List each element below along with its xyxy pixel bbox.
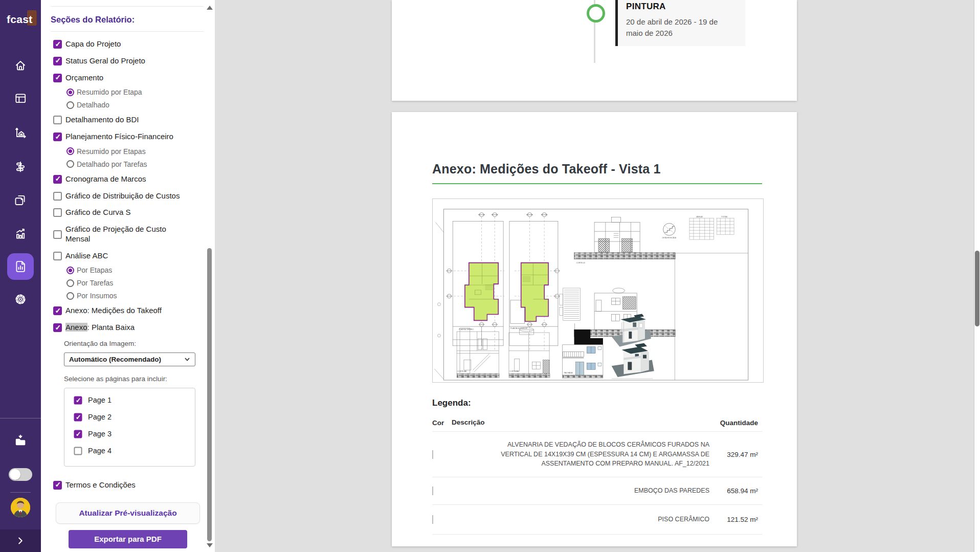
radio-por-tarefas[interactable]: Por Tarefas <box>66 279 215 287</box>
checkbox[interactable] <box>53 116 62 124</box>
main-scrollbar-thumb[interactable] <box>975 251 979 326</box>
report-icon-active[interactable] <box>7 253 34 280</box>
legend-row: ALVENARIA DE VEDAÇÃO DE BLOCOS CERÂMICOS… <box>432 432 762 477</box>
radio[interactable] <box>66 89 74 96</box>
checkbox[interactable] <box>53 208 62 217</box>
checkbox[interactable] <box>53 57 62 65</box>
radio-detalhado[interactable]: Detalhado <box>66 101 215 109</box>
checkbox[interactable] <box>53 306 62 315</box>
takeoff-icon[interactable] <box>14 126 27 140</box>
radio[interactable] <box>66 279 74 287</box>
section-bdi[interactable]: Detalhamento do BDI <box>53 115 215 125</box>
gear-icon[interactable] <box>14 293 27 306</box>
sidebar-divider-short <box>10 492 31 493</box>
page-title: Anexo: Medições do Takeoff - Vista 1 <box>432 162 762 184</box>
checkbox[interactable] <box>74 447 82 455</box>
folder-export-icon[interactable] <box>14 434 27 447</box>
radio[interactable] <box>66 292 74 300</box>
chart-icon[interactable] <box>14 227 27 240</box>
page-1-row[interactable]: Page 1 <box>74 395 195 405</box>
checkbox[interactable] <box>53 252 62 260</box>
pages-box: Page 1 Page 2 Page 3 Page 4 <box>64 388 195 467</box>
section-status-geral[interactable]: Status Geral do Projeto <box>53 56 215 66</box>
pages-label: Selecione as páginas para incluir: <box>64 375 215 383</box>
user-avatar[interactable] <box>11 498 30 517</box>
gantt-icon[interactable] <box>14 160 27 173</box>
orientation-select[interactable]: Automático (Recomendado) <box>64 352 195 366</box>
radio-resumido-por-etapas[interactable]: Resumido por Etapas <box>66 147 215 156</box>
color-swatch-blue <box>432 450 433 459</box>
milestone-dates: 20 de abril de 2026 - 19 de maio de 2026 <box>626 16 734 39</box>
svg-text:CORTE AA: CORTE AA <box>457 370 467 372</box>
floorplan-svg: PLANTA TÉRREO PLANTA SUPERIOR CORTE 03 <box>433 199 763 382</box>
app-sidebar: fcast <box>0 0 41 552</box>
checkbox[interactable] <box>53 481 62 490</box>
collapse-sidebar-button[interactable] <box>0 529 41 552</box>
timeline-marker <box>587 4 605 23</box>
radio-por-insumos[interactable]: Por Insumos <box>66 292 215 300</box>
legend-row: EMBOÇO DAS PAREDES 658.94 m² <box>432 477 762 505</box>
svg-text:JANELAS: JANELAS <box>696 216 703 218</box>
chevron-right-icon <box>15 535 26 546</box>
checkbox[interactable] <box>53 133 62 141</box>
section-planejamento[interactable]: Planejamento Físico-Financeiro <box>53 132 215 142</box>
section-orcamento[interactable]: Orçamento <box>53 73 215 83</box>
radio[interactable] <box>66 267 74 274</box>
section-anexo-takeoff[interactable]: Anexo: Medições do Takeoff <box>53 306 215 316</box>
legend-header-row: Cor Descrição Quantidade <box>432 414 762 432</box>
section-capa[interactable]: Capa do Projeto <box>53 39 215 49</box>
section-projecao-custo[interactable]: Gráfico de Projeção de Custo Mensal <box>53 225 215 244</box>
checkbox[interactable] <box>53 230 62 239</box>
panel-scrollbar-thumb[interactable] <box>207 248 212 541</box>
scroll-up-arrow[interactable] <box>207 3 213 10</box>
sidebar-divider <box>0 418 41 418</box>
layout-icon[interactable] <box>14 92 27 105</box>
checkbox[interactable] <box>74 430 82 438</box>
theme-toggle[interactable] <box>9 468 32 481</box>
milestone-card: PINTURA 20 de abril de 2026 - 19 de maio… <box>615 0 745 46</box>
section-analise-abc[interactable]: Análise ABC <box>53 251 215 261</box>
radio-por-etapas[interactable]: Por Etapas <box>66 266 215 274</box>
radio[interactable] <box>66 147 74 155</box>
section-cronograma[interactable]: Cronograma de Marcos <box>53 174 215 184</box>
export-pdf-button[interactable]: Exportar para PDF <box>69 530 187 548</box>
radio-detalhado-por-tarefas[interactable]: Detalhado por Tarefas <box>66 160 215 168</box>
highlighted-text: Anexo <box>65 323 87 332</box>
checkbox[interactable] <box>53 74 62 82</box>
main-scrollbar <box>974 0 980 552</box>
checkbox[interactable] <box>74 396 82 404</box>
page-4-row[interactable]: Page 4 <box>74 446 195 455</box>
checkbox[interactable] <box>74 413 82 421</box>
col-header-cor: Cor <box>432 419 450 427</box>
section-curva-s[interactable]: Gráfico de Curva S <box>53 208 215 217</box>
scroll-down-arrow[interactable] <box>207 543 213 550</box>
checkbox[interactable] <box>53 323 62 332</box>
page-3-row[interactable]: Page 3 <box>74 429 195 438</box>
radio[interactable] <box>66 160 74 168</box>
section-anexo-planta-baixa[interactable]: Anexo: Planta Baixa <box>53 323 215 333</box>
radio[interactable] <box>66 101 74 109</box>
page-2-row[interactable]: Page 2 <box>74 412 195 422</box>
takeoff-drawing: PLANTA TÉRREO PLANTA SUPERIOR CORTE 03 <box>432 198 764 383</box>
section-distribuicao-custos[interactable]: Gráfico de Distribuição de Custos <box>53 191 215 201</box>
checkbox[interactable] <box>53 175 62 184</box>
panel-scrollbar <box>205 0 215 552</box>
preview-page-takeoff: Anexo: Medições do Takeoff - Vista 1 <box>392 112 797 546</box>
checkbox[interactable] <box>53 192 62 201</box>
app-logo: fcast <box>0 7 41 31</box>
section-termos[interactable]: Termos e Condições <box>53 480 215 490</box>
milestone-title: PINTURA <box>626 2 737 12</box>
checkbox[interactable] <box>53 40 62 49</box>
update-preview-button[interactable]: Atualizar Pré-visualização <box>56 502 200 524</box>
sections-list: Capa do Projeto Status Geral do Projeto … <box>41 39 215 548</box>
radio-resumido-por-etapa[interactable]: Resumido por Etapa <box>66 88 215 96</box>
toggle-knob <box>10 469 20 480</box>
pages-icon[interactable] <box>14 193 27 207</box>
color-swatch-green <box>432 515 433 524</box>
preview-page-milestones: PINTURA 20 de abril de 2026 - 19 de maio… <box>392 0 797 101</box>
color-swatch-red <box>432 487 433 495</box>
panel-top-divider <box>51 6 204 7</box>
home-icon[interactable] <box>14 59 27 72</box>
pdf-preview-area: PINTURA 20 de abril de 2026 - 19 de maio… <box>215 0 980 552</box>
report-config-panel: Seções do Relatório: Capa do Projeto Sta… <box>41 0 215 552</box>
